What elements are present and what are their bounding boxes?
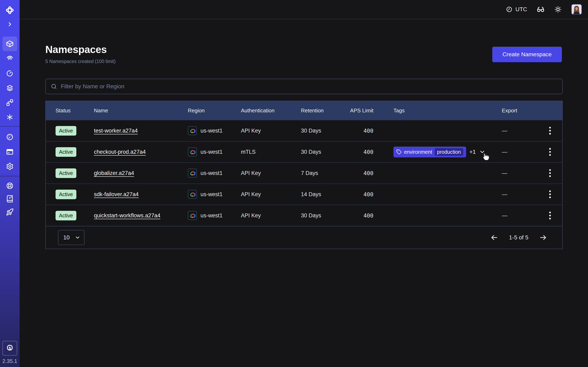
timezone-label: UTC [515,6,527,13]
namespace-link[interactable]: checkout-prod.a27a4 [94,149,146,155]
sidebar-divider [0,126,20,127]
auth-method: API Key [241,170,301,176]
tags-expand-chevron-down-icon[interactable] [479,149,485,155]
sidebar: $ 2.35.1 [0,0,20,367]
sidebar-item-branch-icon[interactable] [6,99,14,106]
row-menu-kebab-icon[interactable] [548,189,552,200]
sidebar-item-namespaces-cube-icon[interactable] [6,40,14,48]
namespace-link[interactable]: test-worker.a27a4 [94,128,138,134]
pricing-badge-icon[interactable]: $ [2,341,17,356]
region-label: us-west1 [200,191,223,198]
gcp-cloud-icon [188,169,197,178]
export-value: — [502,149,538,155]
gcp-cloud-icon [188,147,197,156]
sidebar-item-eye-orbit-icon[interactable] [6,54,14,62]
sidebar-item-support-lifebuoy-icon[interactable] [6,182,14,190]
sidebar-expand-chevron-right-icon[interactable] [7,21,13,27]
search-icon [51,83,57,90]
tag-pill[interactable]: environment production [393,147,466,157]
table-row: Active globalizer.a27a4 us-west1 API Key… [46,162,562,184]
aps-limit: 400 [363,170,373,176]
row-menu-kebab-icon[interactable] [548,125,552,136]
theme-toggle-sun-icon[interactable] [554,6,562,13]
aps-limit: 400 [363,212,373,219]
column-header-status: Status [46,108,94,114]
auth-method: API Key [241,212,301,219]
retention: 30 Days [301,128,338,134]
topbar: UTC [20,0,588,19]
retention: 14 Days [301,191,338,198]
retention: 30 Days [301,149,338,155]
sidebar-item-layers-icon[interactable] [6,84,14,92]
region-label: us-west1 [200,170,223,176]
sidebar-divider [0,176,20,176]
export-value: — [502,191,538,198]
column-header-retention: Retention [301,108,338,114]
svg-text:$: $ [9,346,11,350]
next-page-arrow-right-icon[interactable] [539,234,547,242]
column-header-tags: Tags [373,108,502,114]
sidebar-item-settings-gear-icon[interactable] [6,162,14,170]
aps-limit: 400 [363,149,373,155]
prev-page-arrow-left-icon[interactable] [490,234,498,242]
column-header-authentication: Authentication [241,108,301,114]
temporal-logo[interactable] [5,6,15,15]
status-badge: Active [56,147,76,157]
table-header-row: Status Name Region Authentication Retent… [46,101,562,120]
tag-value: production [435,148,463,156]
pagination-bar: 10 1-5 of 5 [46,226,562,249]
region-label: us-west1 [200,149,223,155]
auth-method: API Key [241,191,301,198]
sidebar-item-docs-book-sparkles-icon[interactable] [6,195,14,203]
tag-icon [396,149,402,155]
retention: 30 Days [301,212,338,219]
table-row: Active sdk-failover.a27a4 us-west1 API K… [46,184,562,205]
status-badge: Active [56,168,76,178]
column-header-export: Export [502,108,538,114]
glasses-icon[interactable] [536,5,545,13]
table-row: Active checkout-prod.a27a4 us-west1 mTLS… [46,141,562,162]
page-size-chevron-down-icon [75,235,80,240]
export-value: — [502,128,538,134]
column-header-aps-limit: APS Limit [350,108,373,114]
timezone-selector[interactable]: UTC [506,6,527,13]
row-menu-kebab-icon[interactable] [548,168,552,178]
region-label: us-west1 [200,128,223,134]
aps-limit: 400 [363,128,373,134]
gcp-cloud-icon [188,211,197,220]
region-label: us-west1 [200,212,223,219]
sidebar-item-billing-credit-card-icon[interactable] [6,148,14,156]
status-badge: Active [56,126,76,136]
gcp-cloud-icon [188,190,197,199]
create-namespace-button[interactable]: Create Namespace [492,47,562,62]
sidebar-item-getting-started-rocket-icon[interactable] [6,208,14,216]
page-subtitle: 5 Namespaces created (100 limit) [45,59,116,64]
sidebar-item-usage-gauge-icon[interactable] [6,133,14,141]
row-menu-kebab-icon[interactable] [548,147,552,157]
filter-search-input[interactable] [61,83,557,90]
sidebar-item-nexus-asterisk-icon[interactable] [6,113,14,121]
page-size-value: 10 [63,234,70,241]
user-avatar[interactable] [571,4,582,15]
row-menu-kebab-icon[interactable] [548,210,552,221]
namespace-link[interactable]: quickstart-workflows.a27a4 [94,212,160,218]
sidebar-item-timer-icon[interactable] [6,69,14,77]
namespace-link[interactable]: globalizer.a27a4 [94,170,134,176]
app-version: 2.35.1 [0,358,20,364]
table-row: Active quickstart-workflows.a27a4 us-wes… [46,205,562,226]
status-badge: Active [56,190,76,199]
namespace-link[interactable]: sdk-failover.a27a4 [94,191,139,197]
export-value: — [502,212,538,219]
table-row: Active test-worker.a27a4 us-west1 API Ke… [46,120,562,141]
filter-search-container [45,79,563,94]
clock-icon [506,6,512,13]
column-header-name: Name [94,108,188,114]
pagination-range: 1-5 of 5 [509,234,528,241]
page-size-select[interactable]: 10 [58,230,85,245]
tags-cell: environment production +1 [373,147,502,157]
gcp-cloud-icon [188,126,197,135]
status-badge: Active [56,211,76,220]
retention: 7 Days [301,170,338,176]
export-value: — [502,170,538,176]
auth-method: mTLS [241,149,301,155]
